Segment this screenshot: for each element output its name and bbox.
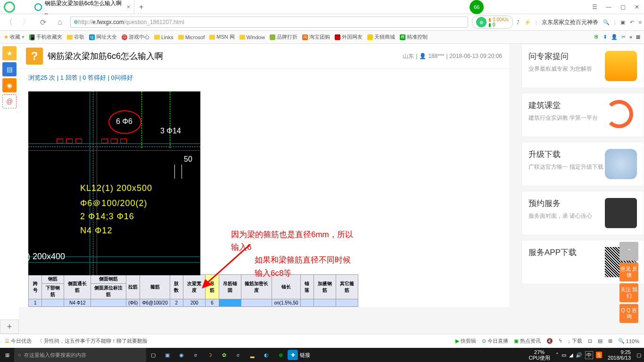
- share-icon[interactable]: ⤴: [517, 19, 520, 25]
- cad-beam-spec-1: KL12(1) 200x500: [80, 183, 152, 193]
- back-button[interactable]: 〈: [2, 16, 16, 29]
- download-status-button[interactable]: ↓ 下载: [568, 337, 582, 345]
- tab-close-icon[interactable]: ×: [127, 4, 130, 10]
- reload-button[interactable]: ⟳: [36, 16, 50, 29]
- sidebar-weibo-icon[interactable]: ◉: [2, 78, 17, 92]
- question-stats: 浏览25 次 | 1 回答 | 0 答得好 | 0问得好: [19, 69, 509, 87]
- news-ticker[interactable]: 《异性间，这五件事千万不能聊！聊了就要翻脸: [37, 337, 148, 345]
- sidebar-card-expert[interactable]: 问专家提问业界最权威专家 为您解答: [521, 44, 644, 88]
- sidebar-favorites-icon[interactable]: ★: [2, 46, 17, 60]
- ext-grid-icon[interactable]: ⊞: [636, 34, 640, 40]
- network-speed-widget[interactable]: ⊚ ▮ 0.00K/s ▮ 0: [472, 16, 513, 29]
- window-menu-icon[interactable]: ☰: [587, 0, 602, 14]
- browser-tab[interactable]: 钢筋梁次梁加筋6c6怎么输入啊_ ×: [31, 0, 134, 14]
- tray-battery-icon[interactable]: ▭: [561, 352, 566, 358]
- taskbar-app-icon[interactable]: ▣: [160, 348, 174, 362]
- minimize-button[interactable]: —: [602, 0, 616, 14]
- taskbar-clock[interactable]: 9:252018/6/13: [605, 349, 634, 361]
- table-row[interactable]: 1 N4 Φ12 (Φ6) Φ6@100/20 2 200 6 on(1.5%,…: [29, 299, 358, 307]
- bookmark-item[interactable]: 址网址大全: [89, 33, 117, 41]
- sidebar-news-icon[interactable]: ▤: [2, 62, 17, 76]
- cad-label-50: 50: [184, 155, 192, 164]
- stat-views[interactable]: 浏览25 次: [28, 74, 55, 81]
- taskbar-app-icon[interactable]: ☽: [203, 348, 217, 362]
- add-tab-sidebar-button[interactable]: +: [0, 320, 19, 334]
- taskbar-360-icon[interactable]: ⊚: [273, 348, 288, 362]
- extension-icon[interactable]: ▣: [620, 19, 625, 25]
- zoom-level[interactable]: 🔍 110%: [618, 338, 639, 344]
- stat-answers[interactable]: 1 回答: [60, 74, 78, 81]
- tray-volume-icon[interactable]: 🔊: [576, 352, 582, 358]
- bookmark-item[interactable]: Links: [154, 34, 173, 40]
- taskbar-link[interactable]: 链接: [298, 348, 312, 362]
- bookmark-item[interactable]: 精精准控制: [400, 33, 428, 41]
- live-button[interactable]: ⊙今日直播: [482, 337, 508, 345]
- hotnews-button[interactable]: ▣热点资讯: [514, 337, 541, 345]
- sidebar-card-service[interactable]: 预约服务服务面对面，承 诺心连心: [521, 191, 644, 235]
- url-protocol: http://: [78, 19, 92, 25]
- tray-sogou-icon[interactable]: S: [596, 352, 602, 358]
- ext-person-icon[interactable]: 👤: [611, 34, 618, 40]
- today-picks-button[interactable]: ☰今日优选: [5, 337, 32, 345]
- ext-shield-icon[interactable]: ⛨: [594, 34, 599, 40]
- titlebar: 钢筋梁次梁加筋6c6怎么输入啊_ × + 66 ☰ — ▢ ✕: [0, 0, 644, 14]
- pip-icon[interactable]: ⊡: [588, 338, 592, 344]
- taskbar-ie-icon[interactable]: e: [231, 348, 245, 362]
- mute-icon[interactable]: 🔇: [546, 338, 553, 344]
- bookmark-item[interactable]: G游戏中心: [122, 33, 149, 41]
- close-button[interactable]: ✕: [630, 0, 644, 14]
- favorites-button[interactable]: ★收藏 ▾: [4, 33, 25, 41]
- task-view-icon[interactable]: ▢: [146, 348, 160, 362]
- ext-more-icon[interactable]: »: [629, 34, 632, 40]
- bookmark-item[interactable]: MSN 网: [209, 33, 235, 41]
- reader-icon[interactable]: ▤: [598, 338, 603, 344]
- new-tab-button[interactable]: +: [134, 3, 148, 11]
- promo-link[interactable]: 京东居家立抢百元神券: [542, 18, 598, 26]
- browser-logo[interactable]: [0, 0, 19, 14]
- taskbar-app-icon[interactable]: ✚: [288, 350, 298, 360]
- tray-chevron-icon[interactable]: ˄: [556, 352, 559, 358]
- sidebar-at-icon[interactable]: @: [2, 94, 17, 108]
- bookmark-item[interactable]: Microsof: [178, 34, 205, 40]
- bookmark-item[interactable]: 淘淘宝团购: [302, 33, 330, 41]
- bookmark-item[interactable]: 天猫商城: [367, 33, 395, 41]
- forward-button[interactable]: 〉: [19, 16, 33, 29]
- tray-wifi-icon[interactable]: ◢: [569, 352, 573, 358]
- sidebar-card-upgrade[interactable]: 升级下载广联达官方唯一 指定升级下载: [521, 142, 644, 186]
- taskbar-app-icon[interactable]: ◐: [259, 348, 273, 362]
- maximize-button[interactable]: ▢: [616, 0, 630, 14]
- taskbar-search-input[interactable]: ○ 在这里输入你要搜索的内容: [14, 348, 146, 362]
- bookmark-item[interactable]: 谷歌: [67, 33, 84, 41]
- ext-screenshot-icon[interactable]: ✂: [621, 34, 626, 40]
- score-badge[interactable]: 66: [470, 0, 484, 14]
- menu-icon[interactable]: ≡: [639, 19, 642, 25]
- undo-icon[interactable]: ↶: [630, 19, 634, 25]
- feedback-button[interactable]: 意见 反馈: [619, 263, 638, 281]
- url-input[interactable]: ✲ http:// e.fwxgx.com /question_1861207.…: [70, 16, 468, 28]
- bookmark-item[interactable]: 📱手机收藏夹: [29, 33, 62, 41]
- stat-good[interactable]: 0 答得好: [83, 74, 106, 81]
- follow-button[interactable]: 关注 我们: [619, 283, 638, 302]
- bookmark-item[interactable]: Window: [239, 34, 265, 40]
- cpu-usage[interactable]: 27%CPU使用: [526, 349, 553, 361]
- grid-icon[interactable]: ⊞: [608, 338, 612, 344]
- taskbar-app-icon[interactable]: ✿: [217, 348, 231, 362]
- taskbar-explorer-icon[interactable]: ▂: [245, 348, 259, 362]
- search-icon[interactable]: 🔍: [603, 19, 610, 25]
- scroll-top-button[interactable]: ⌃: [619, 242, 638, 261]
- notifications-icon[interactable]: ▢: [636, 352, 641, 358]
- bolt-icon[interactable]: ⚡: [524, 19, 531, 25]
- bookmark-item[interactable]: 品牌打折: [270, 33, 297, 41]
- taskbar-app-icon[interactable]: ◉: [174, 348, 189, 362]
- quickclip-button[interactable]: ▶快剪辑: [455, 337, 476, 345]
- home-button[interactable]: ⌂: [53, 16, 66, 29]
- qq-consult-button[interactable]: Q Q 咨询: [619, 304, 638, 323]
- tray-ime-icon[interactable]: 中: [585, 351, 593, 359]
- start-button[interactable]: ⊞: [0, 348, 14, 362]
- bolt-status-icon[interactable]: ϟ: [559, 338, 562, 344]
- ext-download-icon[interactable]: ⬇: [603, 34, 607, 40]
- sidebar-card-classroom[interactable]: 建筑课堂建筑行业实训教 学第一平台: [521, 93, 644, 137]
- bookmark-item[interactable]: 外国网友: [335, 33, 363, 41]
- stat-ask[interactable]: 0问得好: [111, 74, 133, 81]
- taskbar-edge-icon[interactable]: e: [189, 348, 203, 362]
